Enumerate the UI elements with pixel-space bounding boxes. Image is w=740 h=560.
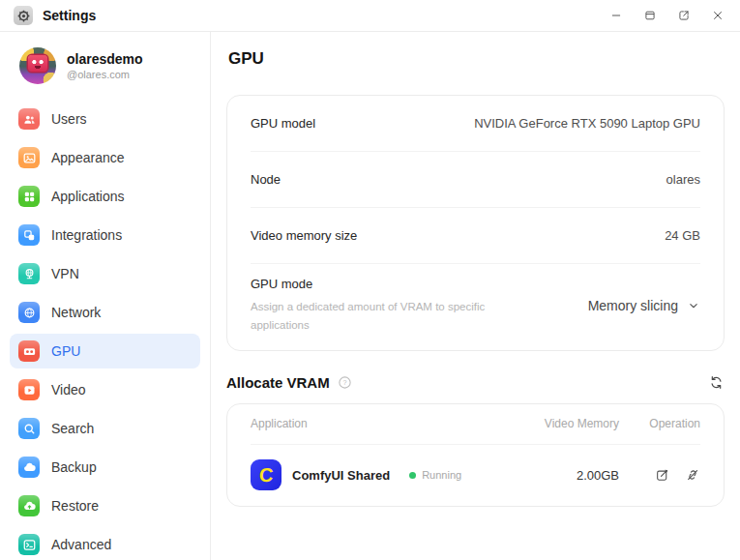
row-label: Node — [251, 172, 281, 187]
sidebar: olaresdemo @olares.com Users Appearance — [0, 32, 211, 560]
avatar — [19, 47, 56, 84]
sidebar-item-appearance[interactable]: Appearance — [10, 140, 200, 175]
integrations-icon — [18, 224, 40, 246]
gpu-model-row: GPU model NVIDIA GeForce RTX 5090 Laptop… — [251, 96, 700, 152]
col-operation: Operation — [619, 417, 700, 430]
network-icon — [18, 302, 40, 323]
advanced-icon — [18, 534, 40, 555]
sidebar-item-label: VPN — [51, 266, 79, 281]
search-icon — [18, 418, 40, 439]
sidebar-item-applications[interactable]: Applications — [10, 179, 200, 214]
appearance-icon — [18, 147, 40, 168]
video-memory-size-row: Video memory size 24 GB — [251, 208, 700, 264]
table-header: Application Video Memory Operation — [251, 404, 700, 445]
sidebar-item-label: Backup — [51, 459, 97, 475]
help-icon[interactable]: ? — [338, 375, 352, 390]
sidebar-item-label: Users — [51, 111, 87, 127]
allocate-vram-title: Allocate VRAM — [226, 374, 330, 391]
row-label: Video memory size — [251, 228, 357, 243]
vram-table-card: Application Video Memory Operation C Com… — [226, 403, 725, 507]
sidebar-item-label: Advanced — [51, 537, 111, 552]
sidebar-item-integrations[interactable]: Integrations — [10, 218, 200, 252]
user-profile[interactable]: olaresdemo @olares.com — [10, 45, 200, 102]
sidebar-item-network[interactable]: Network — [10, 295, 200, 330]
open-external-button[interactable] — [675, 7, 693, 24]
close-button[interactable] — [709, 7, 726, 24]
users-icon — [18, 108, 40, 130]
sidebar-item-label: Integrations — [51, 227, 122, 243]
col-application: Application — [251, 417, 493, 430]
minimize-button[interactable] — [607, 7, 625, 24]
sidebar-item-search[interactable]: Search — [10, 411, 200, 446]
sidebar-item-gpu[interactable]: GPU — [10, 334, 200, 368]
gpu-model-value: NVIDIA GeForce RTX 5090 Laptop GPU — [474, 116, 700, 131]
refresh-icon[interactable] — [707, 374, 725, 392]
restore-icon — [18, 495, 40, 516]
sidebar-item-label: Appearance — [51, 150, 125, 165]
allocate-vram-header: Allocate VRAM ? — [226, 374, 725, 392]
gpu-info-card: GPU model NVIDIA GeForce RTX 5090 Laptop… — [226, 95, 725, 351]
edit-icon[interactable] — [654, 467, 670, 484]
sidebar-item-advanced[interactable]: Advanced — [10, 527, 200, 560]
sidebar-item-label: Restore — [51, 498, 99, 514]
settings-window: Settings olares — [0, 0, 740, 560]
sidebar-item-label: Applications — [51, 189, 125, 204]
running-dot-icon — [409, 472, 416, 479]
app-name: ComfyUI Shared — [292, 468, 390, 483]
table-row: C ComfyUI Shared Running 2.00GB — [251, 445, 700, 506]
page-title: GPU — [228, 49, 725, 69]
row-label: GPU mode — [251, 277, 541, 291]
chevron-down-icon — [687, 299, 700, 312]
gpu-mode-value: Memory slicing — [588, 298, 678, 313]
comfyui-app-icon: C — [251, 459, 281, 490]
applications-icon — [18, 186, 40, 207]
video-icon — [18, 379, 40, 400]
settings-gear-icon — [14, 6, 33, 25]
unbind-icon[interactable] — [684, 467, 700, 484]
sidebar-item-label: Search — [51, 421, 94, 436]
sidebar-item-users[interactable]: Users — [10, 102, 200, 136]
svg-text:?: ? — [342, 379, 346, 387]
sidebar-item-backup[interactable]: Backup — [10, 450, 200, 485]
node-value: olares — [666, 172, 700, 187]
memory-value: 2.00GB — [493, 468, 619, 483]
gpu-mode-select[interactable]: Memory slicing — [588, 298, 700, 313]
maximize-button[interactable] — [641, 7, 659, 24]
sidebar-item-label: Video — [51, 382, 86, 398]
gpu-mode-description: Assign a dedicated amount of VRAM to spe… — [251, 298, 541, 335]
gpu-mode-row: GPU mode Assign a dedicated amount of VR… — [251, 264, 700, 350]
row-label: GPU model — [251, 116, 315, 131]
gpu-icon — [18, 340, 40, 362]
user-handle: @olares.com — [67, 69, 143, 80]
col-video-memory: Video Memory — [493, 417, 619, 430]
node-row: Node olares — [251, 152, 700, 208]
sidebar-item-restore[interactable]: Restore — [10, 488, 200, 523]
titlebar: Settings — [0, 0, 740, 32]
window-title: Settings — [43, 8, 96, 23]
main-content: GPU GPU model NVIDIA GeForce RTX 5090 La… — [211, 32, 740, 560]
sidebar-item-video[interactable]: Video — [10, 372, 200, 407]
vpn-icon — [18, 263, 40, 284]
video-memory-size-value: 24 GB — [665, 228, 700, 243]
sidebar-item-label: Network — [51, 305, 101, 320]
backup-icon — [18, 457, 40, 478]
sidebar-item-vpn[interactable]: VPN — [10, 256, 200, 291]
status-badge: Running — [409, 469, 461, 481]
user-name: olaresdemo — [67, 51, 143, 68]
status-text: Running — [422, 469, 461, 481]
sidebar-item-label: GPU — [51, 343, 80, 359]
